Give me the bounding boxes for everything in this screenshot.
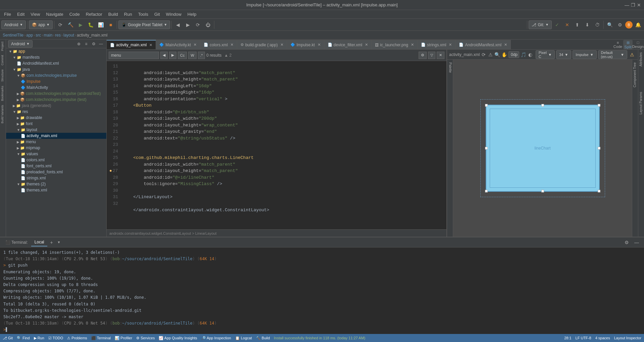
breadcrumb-src[interactable]: src: [36, 33, 41, 38]
design-view-btn[interactable]: □ Design: [633, 40, 643, 49]
design-pan-btn[interactable]: ✋: [501, 51, 507, 58]
handle-top[interactable]: [541, 104, 544, 107]
handle-right[interactable]: [598, 147, 600, 150]
status-services[interactable]: ⚙ Services: [136, 336, 155, 340]
status-profiler[interactable]: 📊 Profiler: [115, 336, 132, 340]
tree-item-androidtest[interactable]: ▶ 📦 com.kstechnologies.impulse (androidT…: [6, 91, 106, 97]
search-input[interactable]: [109, 52, 159, 59]
bottom-tab-local[interactable]: ⬛ Terminal:: [3, 239, 31, 246]
prev-btn[interactable]: ◀: [173, 20, 182, 30]
tab-ic-launcher[interactable]: 🖼 ic_launcher.png ✕: [372, 40, 418, 49]
sync-btn[interactable]: ⟳: [56, 20, 65, 30]
tree-item-font-certs[interactable]: 📄 font_certs.xml: [6, 163, 106, 169]
git-pull[interactable]: ⬇: [583, 20, 592, 30]
terminal-close-btn[interactable]: —: [632, 238, 641, 247]
tree-item-app[interactable]: ▼ 📁 app: [6, 48, 106, 54]
tree-item-manifests[interactable]: ▼ 📁 manifests: [6, 54, 106, 60]
tab-close-gradle[interactable]: ✕: [280, 43, 283, 47]
stop-btn[interactable]: ■: [106, 20, 115, 30]
structure-tab[interactable]: Structure: [0, 67, 6, 84]
handle-bottom-right[interactable]: [598, 190, 600, 192]
code-text[interactable]: android:layout_width="match_parent" andr…: [121, 61, 446, 229]
restore-button[interactable]: ❐: [631, 3, 635, 7]
close-button[interactable]: ✕: [637, 3, 641, 7]
design-warn-icon[interactable]: ⚠: [629, 50, 636, 59]
tree-item-themes-xml[interactable]: 📄 themes.xml: [6, 187, 106, 193]
status-run[interactable]: ▶ Run: [34, 336, 44, 340]
debug-btn[interactable]: 🐛: [86, 20, 95, 30]
design-sync-btn[interactable]: ⟳: [481, 51, 486, 58]
tab-close-device-filter[interactable]: ✕: [365, 43, 368, 47]
terminal-settings-btn[interactable]: ⚙: [622, 238, 631, 247]
design-tool-1[interactable]: 🎵: [521, 51, 526, 58]
whole-word-btn[interactable]: W: [188, 52, 196, 59]
tree-item-menu[interactable]: ▶ 📁 menu: [6, 139, 106, 145]
design-locale-dropdown[interactable]: Default (en-us) ▼: [598, 50, 627, 59]
new-terminal-btn[interactable]: +: [48, 239, 55, 246]
tree-btn-4[interactable]: —: [98, 41, 104, 47]
minimize-button[interactable]: —: [625, 3, 629, 7]
git-x[interactable]: ✕: [562, 20, 572, 30]
tab-activity-main[interactable]: 📄 activity_main.xml ✕: [107, 40, 156, 49]
search-prev-btn[interactable]: ◀: [160, 52, 168, 59]
design-zoom-btn[interactable]: 🔍: [494, 51, 500, 58]
breadcrumb-app[interactable]: app: [26, 33, 33, 38]
tab-close-colors[interactable]: ✕: [230, 43, 233, 47]
status-layout-inspector[interactable]: Layout Inspector: [614, 336, 641, 340]
project-tab[interactable]: Project: [0, 40, 6, 53]
tree-item-layout[interactable]: ▼ 📁 layout: [6, 127, 106, 133]
tree-btn-2[interactable]: ≡: [83, 41, 90, 47]
tab-mainactivity[interactable]: 🔷 MainActivity.kt ✕: [156, 40, 200, 49]
tree-item-strings[interactable]: 📄 strings.xml: [6, 175, 106, 181]
menu-build[interactable]: Build: [106, 11, 121, 17]
menu-git[interactable]: Git: [152, 11, 163, 17]
tree-item-mipmap[interactable]: ▶ 📁 mipmap: [6, 145, 106, 151]
status-app-inspection[interactable]: 🔎 App Inspection: [201, 336, 231, 340]
tree-item-values[interactable]: ▼ 📁 values: [6, 151, 106, 157]
menu-file[interactable]: File: [1, 11, 14, 17]
tab-androidmanifest[interactable]: 📄 AndroidManifest.xml ✕: [455, 40, 511, 49]
android-dropdown[interactable]: Android▼: [8, 40, 33, 48]
tree-item-drawable[interactable]: ▶ 📁 drawable: [6, 115, 106, 121]
search-next-btn[interactable]: ▶: [169, 52, 176, 59]
git-push[interactable]: ⬆: [573, 20, 582, 30]
status-problems[interactable]: ⚠ Problems: [67, 336, 87, 340]
menu-run[interactable]: Run: [121, 11, 135, 17]
design-tool-2[interactable]: ◐: [528, 51, 533, 58]
menu-view[interactable]: View: [28, 11, 43, 17]
status-indent[interactable]: 4 spaces: [595, 336, 610, 340]
git-check[interactable]: ✓: [552, 20, 562, 30]
search-btn[interactable]: 🔍: [605, 20, 614, 30]
breadcrumb-main[interactable]: main: [44, 33, 52, 38]
handle-top-left[interactable]: [485, 104, 488, 107]
regex-btn[interactable]: .*: [198, 52, 205, 59]
tab-device-filter[interactable]: 📄 device_filter.xml ✕: [324, 40, 372, 49]
tree-item-activity-main[interactable]: 📄 activity_main.xml: [6, 133, 106, 139]
tab-strings[interactable]: 📄 strings.xml ✕: [418, 40, 455, 49]
breadcrumb-sentineltile[interactable]: SentinelTile: [3, 33, 23, 38]
user-btn[interactable]: B: [625, 21, 633, 28]
tree-item-androidmanifest[interactable]: 📄 AndroidManifest.xml: [6, 60, 106, 66]
code-view-btn[interactable]: ≡ Code: [613, 40, 623, 49]
run-btn[interactable]: ▶: [76, 20, 85, 30]
settings-btn[interactable]: ⚙: [615, 20, 625, 30]
status-app-quality[interactable]: 📈 App Quality Insights: [159, 336, 197, 340]
tab-impulse[interactable]: 🔷 Impulse.kt ✕: [287, 40, 324, 49]
notifications-btn[interactable]: 🔔: [633, 20, 643, 30]
status-build[interactable]: 🔨 Build: [256, 336, 270, 340]
tab-close-mainactivity[interactable]: ✕: [194, 43, 197, 47]
tree-btn-1[interactable]: ⊕: [75, 41, 82, 47]
design-config-dropdown[interactable]: Impulse ▼: [573, 50, 596, 59]
status-line-col[interactable]: 28:1: [564, 336, 571, 340]
tree-item-package[interactable]: ▼ 📦 com.kstechnologies.impulse: [6, 72, 106, 78]
menu-navigate[interactable]: Navigate: [43, 11, 66, 17]
profile-btn[interactable]: 📊: [96, 20, 105, 30]
status-find[interactable]: 🔍 Find: [17, 336, 30, 340]
tab-close-activity-main[interactable]: ✕: [149, 43, 152, 47]
commit-tab[interactable]: Commit: [0, 53, 6, 67]
search-filter-btn[interactable]: ▽: [428, 52, 435, 59]
device-dropdown[interactable]: 📱Google Pixel Tablet▼: [118, 20, 170, 29]
build-btn[interactable]: 🔨: [66, 20, 75, 30]
tree-item-preloaded-fonts[interactable]: 📄 preloaded_fonts.xml: [6, 169, 106, 175]
handle-bottom-left[interactable]: [485, 190, 488, 192]
